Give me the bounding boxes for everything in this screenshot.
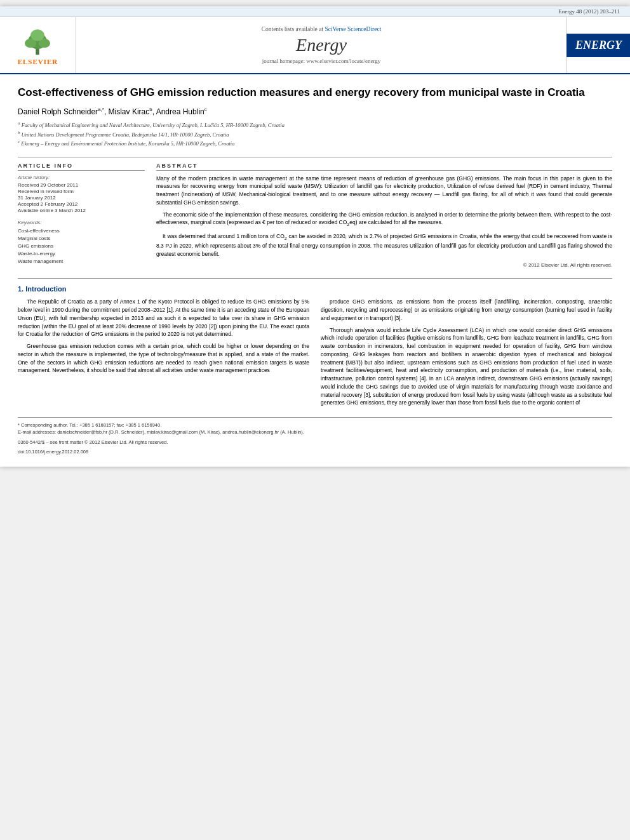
intro-col-2: produce GHG emissions, as emissions from… — [321, 298, 612, 411]
author-separator-2: , Andrea Hublin — [152, 107, 204, 116]
keyword-1: Cost-effectiveness — [18, 227, 145, 235]
history-revised-date: 31 January 2012 — [18, 195, 145, 201]
corresponding-footnote: * Corresponding author. Tel.: +385 1 616… — [18, 422, 612, 429]
article-info-col: ARTICLE INFO Article history: Received 2… — [18, 163, 145, 270]
section-number: 1. — [18, 285, 23, 293]
divider-1 — [18, 157, 612, 157]
article-title: Cost-effectiveness of GHG emission reduc… — [18, 86, 612, 100]
divider-2 — [18, 278, 612, 279]
keyword-3: GHG emissions — [18, 243, 145, 250]
intro-para-2: Greenhouse gas emission reduction comes … — [18, 342, 309, 375]
abstract-para-3: It was determined that around 1 million … — [156, 232, 612, 258]
section-title: 1. Introduction — [18, 285, 612, 293]
intro-para-1: The Republic of Croatia as a party of An… — [18, 298, 309, 338]
energy-badge-area: ENERGY — [566, 17, 630, 73]
copyright-line: © 2012 Elsevier Ltd. All rights reserved… — [156, 262, 612, 269]
affiliations: a Faculty of Mechanical Engineering and … — [18, 120, 612, 148]
footnotes-area: * Corresponding author. Tel.: +385 1 616… — [18, 417, 612, 455]
keyword-4: Waste-to-energy — [18, 250, 145, 258]
author-separator-1: , Mislav Kirac — [104, 107, 149, 116]
elsevier-tree-icon — [18, 25, 57, 57]
abstract-col: ABSTRACT Many of the modern practices in… — [156, 163, 612, 270]
elsevier-logo-area: ELSEVIER — [0, 17, 76, 73]
sciverse-line: Contents lists available at SciVerse Sci… — [262, 26, 382, 32]
keyword-2: Marginal costs — [18, 235, 145, 243]
keywords-list: Cost-effectiveness Marginal costs GHG em… — [18, 227, 145, 265]
article-info-label: ARTICLE INFO — [18, 163, 145, 171]
affiliation-2: b United Nations Development Programme C… — [18, 130, 612, 139]
history-revised-label: Received in revised form — [18, 189, 145, 194]
email-footnote: E-mail addresses: danielschneider@fsb.hr… — [18, 429, 612, 436]
keywords-area: Keywords: Cost-effectiveness Marginal co… — [18, 220, 145, 265]
history-label: Article history: — [18, 175, 145, 180]
intro-col-1: The Republic of Croatia as a party of An… — [18, 298, 309, 411]
introduction-text-cols: The Republic of Croatia as a party of An… — [18, 298, 612, 411]
abstract-para-1: Many of the modern practices in waste ma… — [156, 175, 612, 207]
abstract-label: ABSTRACT — [156, 163, 612, 171]
affiliation-1: a Faculty of Mechanical Engineering and … — [18, 120, 612, 130]
author-1: Daniel Rolph Schneider — [18, 107, 98, 116]
energy-badge: ENERGY — [566, 34, 630, 57]
abstract-text: Many of the modern practices in waste ma… — [156, 175, 612, 270]
elsevier-logo: ELSEVIER — [18, 25, 58, 65]
email-label: E-mail addresses: — [18, 429, 56, 435]
author-3-super: c — [204, 107, 207, 112]
sciverse-prefix: Contents lists available at — [262, 26, 323, 32]
journal-name: Energy — [296, 35, 347, 55]
info-abstract-area: ARTICLE INFO Article history: Received 2… — [18, 163, 612, 270]
abstract-para-2: The economic side of the implementation … — [156, 211, 612, 229]
keyword-5: Waste management — [18, 258, 145, 265]
section-name: Introduction — [25, 285, 66, 293]
doi-line: doi:10.1016/j.energy.2012.02.008 — [18, 448, 612, 455]
svg-point-4 — [31, 29, 45, 41]
intro-para-3: produce GHG emissions, as emissions from… — [321, 298, 612, 322]
journal-issue-text: Energy 48 (2012) 203–211 — [558, 8, 620, 15]
history-online: Available online 3 March 2012 — [18, 208, 145, 213]
keywords-label: Keywords: — [18, 220, 145, 225]
article-page: Energy 48 (2012) 203–211 ELSEVIER — [0, 6, 630, 467]
issn-line: 0360-5442/$ – see front matter © 2012 El… — [18, 439, 612, 446]
sciverse-link[interactable]: SciVerse ScienceDirect — [325, 26, 381, 32]
author-1-super: a,* — [98, 107, 104, 112]
journal-title-area: Contents lists available at SciVerse Sci… — [76, 17, 566, 73]
affiliation-3: c Ekonerg – Energy and Environmental Pro… — [18, 138, 612, 148]
introduction-section: 1. Introduction The Republic of Croatia … — [18, 285, 612, 411]
elsevier-wordmark: ELSEVIER — [18, 58, 58, 65]
journal-issue-bar: Energy 48 (2012) 203–211 — [0, 6, 630, 17]
article-content: Cost-effectiveness of GHG emission reduc… — [0, 74, 630, 467]
history-accepted: Accepted 2 February 2012 — [18, 201, 145, 207]
email-addresses: danielschneider@fsb.hr (D.R. Schneider),… — [57, 429, 304, 435]
journal-header: ELSEVIER Contents lists available at Sci… — [0, 17, 630, 74]
authors-line: Daniel Rolph Schneidera,*, Mislav Kiracb… — [18, 107, 612, 116]
intro-para-4: Thorough analysis would include Life Cyc… — [321, 326, 612, 408]
history-received: Received 29 October 2011 — [18, 182, 145, 188]
homepage-url: journal homepage: www.elsevier.com/locat… — [262, 58, 381, 64]
